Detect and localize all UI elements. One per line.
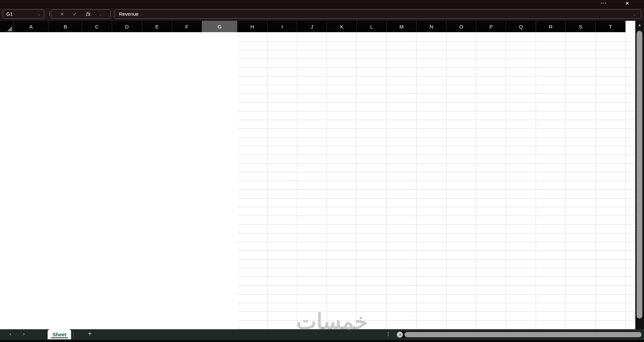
column-header-C[interactable]: C <box>82 21 112 32</box>
sheet-grid: ABCDEFGHIJKLMNOPQRST <box>0 21 635 329</box>
name-box[interactable]: G1 ⌄ <box>3 9 44 19</box>
column-header-A[interactable]: A <box>13 21 49 32</box>
chevron-down-icon[interactable]: ⌄ <box>99 12 102 16</box>
column-header-O[interactable]: O <box>446 21 476 32</box>
column-header-Q[interactable]: Q <box>506 21 536 32</box>
column-header-S[interactable]: S <box>566 21 596 32</box>
sheet-tab-bar: ‹ › Sheet + ⋮ ◂ <box>0 329 644 340</box>
column-header-D[interactable]: D <box>112 21 142 32</box>
scroll-left-icon[interactable]: ◂ <box>397 332 403 338</box>
column-header-E[interactable]: E <box>142 21 172 32</box>
vertical-scrollbar-thumb[interactable] <box>637 31 642 319</box>
column-header-I[interactable]: I <box>267 21 297 32</box>
more-options-icon[interactable]: ⋯ <box>600 0 606 7</box>
scrollbar-options-icon[interactable]: ⋮ <box>386 331 391 337</box>
column-header-M[interactable]: M <box>387 21 417 32</box>
column-header-J[interactable]: J <box>297 21 327 32</box>
bottom-strip <box>0 340 644 342</box>
tab-divider <box>73 331 73 337</box>
formula-controls: ✕ ✓ fx ⌄ <box>51 9 111 19</box>
insert-function-icon[interactable]: fx <box>86 11 90 17</box>
column-headers: ABCDEFGHIJKLMNOPQRST <box>0 21 626 32</box>
column-header-R[interactable]: R <box>536 21 566 32</box>
column-header-L[interactable]: L <box>357 21 387 32</box>
add-sheet-button[interactable]: + <box>88 330 92 338</box>
column-header-F[interactable]: F <box>172 21 202 32</box>
name-box-value: G1 <box>6 11 13 17</box>
window-titlebar: ⋯ ✕ <box>0 0 644 8</box>
spreadsheet-app: ⋯ ✕ G1 ⌄ ⋮ ✕ ✓ fx ⌄ Revenue ⌄ ABCDEFGHIJ… <box>0 0 644 342</box>
horizontal-scrollbar[interactable]: ◂ <box>396 331 643 338</box>
formula-value: Revenue <box>119 11 139 17</box>
chevron-down-icon[interactable]: ⌄ <box>633 12 636 16</box>
formula-input[interactable]: Revenue ⌄ <box>114 9 641 19</box>
tab-sheet[interactable]: Sheet <box>48 329 71 339</box>
horizontal-scrollbar-thumb[interactable] <box>405 332 642 337</box>
formula-bar: G1 ⌄ ⋮ ✕ ✓ fx ⌄ Revenue ⌄ <box>0 8 644 21</box>
column-header-H[interactable]: H <box>237 21 267 32</box>
column-header-N[interactable]: N <box>417 21 446 32</box>
column-header-P[interactable]: P <box>476 21 506 32</box>
scroll-up-icon[interactable]: ▲ <box>635 23 644 27</box>
next-sheet-icon[interactable]: › <box>23 331 25 337</box>
close-icon[interactable]: ✕ <box>625 0 629 6</box>
vertical-scrollbar[interactable]: ▲ <box>635 21 644 329</box>
select-all-icon <box>7 26 12 31</box>
select-all-corner[interactable] <box>0 21 13 32</box>
rows-area <box>0 32 635 329</box>
enter-icon[interactable]: ✓ <box>73 11 77 17</box>
prev-sheet-icon[interactable]: ‹ <box>9 331 11 337</box>
empty-grid-row1[interactable] <box>237 32 635 42</box>
sheet-tab-label: Sheet <box>53 332 66 337</box>
column-header-B[interactable]: B <box>49 21 82 32</box>
column-header-T[interactable]: T <box>596 21 626 32</box>
chevron-down-icon[interactable]: ⌄ <box>38 12 41 16</box>
column-header-K[interactable]: K <box>327 21 357 32</box>
column-header-G[interactable]: G <box>202 21 237 32</box>
empty-grid[interactable] <box>237 42 635 329</box>
cancel-icon[interactable]: ✕ <box>60 11 64 17</box>
active-tab-underline <box>51 337 68 338</box>
